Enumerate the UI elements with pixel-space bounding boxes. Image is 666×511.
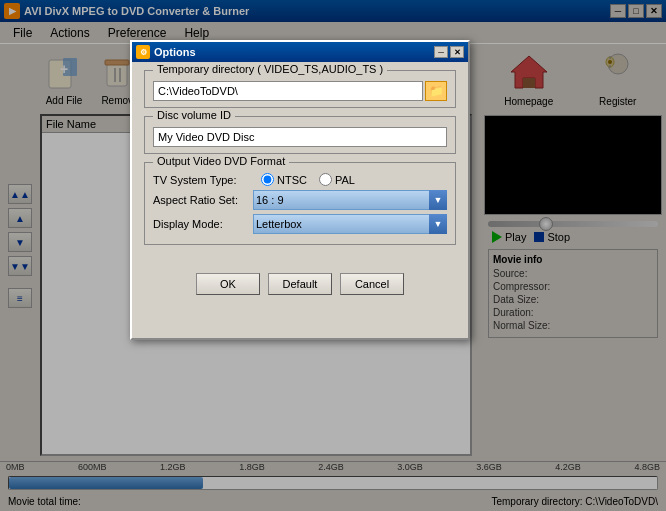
disc-volume-group: Disc volume ID <box>144 116 456 154</box>
aspect-ratio-label: Aspect Ratio Set: <box>153 194 253 206</box>
dialog-content: Temporary directory ( VIDEO_TS,AUDIO_TS … <box>132 62 468 261</box>
aspect-ratio-select[interactable]: 16 : 9 4 : 3 <box>253 190 447 210</box>
ntsc-option[interactable]: NTSC <box>261 173 307 186</box>
dialog-icon: ⚙ <box>136 45 150 59</box>
tv-system-row: TV System Type: NTSC PAL <box>153 173 447 186</box>
default-button[interactable]: Default <box>268 273 332 295</box>
aspect-ratio-row: Aspect Ratio Set: 16 : 9 4 : 3 ▼ <box>153 190 447 210</box>
options-dialog: ⚙ Options ─ ✕ Temporary directory ( VIDE… <box>130 40 470 340</box>
output-format-group: Output Video DVD Format TV System Type: … <box>144 162 456 245</box>
temp-dir-browse-button[interactable]: 📁 <box>425 81 447 101</box>
dialog-close-button[interactable]: ✕ <box>450 46 464 58</box>
aspect-ratio-wrapper: 16 : 9 4 : 3 ▼ <box>253 190 447 210</box>
ntsc-radio[interactable] <box>261 173 274 186</box>
display-mode-wrapper: Letterbox Pan & Scan Full Screen ▼ <box>253 214 447 234</box>
dialog-buttons: OK Default Cancel <box>132 265 468 303</box>
output-format-legend: Output Video DVD Format <box>153 155 289 167</box>
disc-volume-input[interactable] <box>153 127 447 147</box>
temp-dir-row: 📁 <box>153 81 447 101</box>
pal-radio[interactable] <box>319 173 332 186</box>
pal-label: PAL <box>335 174 355 186</box>
dialog-title-bar: ⚙ Options ─ ✕ <box>132 42 468 62</box>
temp-dir-input[interactable] <box>153 81 423 101</box>
temp-dir-group: Temporary directory ( VIDEO_TS,AUDIO_TS … <box>144 70 456 108</box>
temp-dir-legend: Temporary directory ( VIDEO_TS,AUDIO_TS … <box>153 63 387 75</box>
pal-option[interactable]: PAL <box>319 173 355 186</box>
ok-button[interactable]: OK <box>196 273 260 295</box>
tv-system-label: TV System Type: <box>153 174 253 186</box>
disc-volume-legend: Disc volume ID <box>153 109 235 121</box>
disc-volume-row <box>153 127 447 147</box>
ntsc-label: NTSC <box>277 174 307 186</box>
dialog-window-controls: ─ ✕ <box>434 46 464 58</box>
dialog-title: Options <box>154 46 434 58</box>
display-mode-row: Display Mode: Letterbox Pan & Scan Full … <box>153 214 447 234</box>
cancel-button[interactable]: Cancel <box>340 273 404 295</box>
display-mode-select[interactable]: Letterbox Pan & Scan Full Screen <box>253 214 447 234</box>
modal-overlay: ⚙ Options ─ ✕ Temporary directory ( VIDE… <box>0 0 666 511</box>
display-mode-label: Display Mode: <box>153 218 253 230</box>
dialog-minimize-button[interactable]: ─ <box>434 46 448 58</box>
